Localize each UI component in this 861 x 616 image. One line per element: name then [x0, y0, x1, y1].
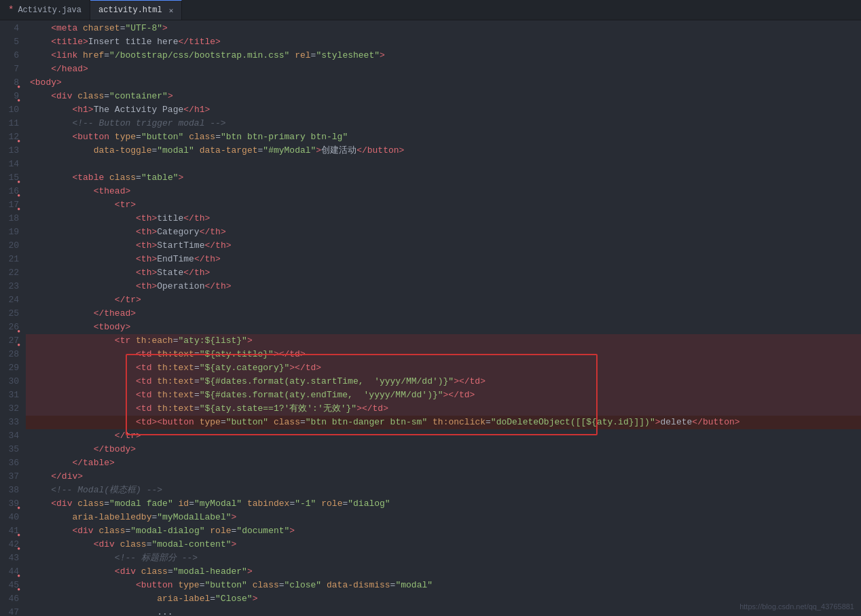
ln-36: 36: [4, 456, 19, 470]
line-28: <td th:text="${aty.title}"></td>: [26, 348, 861, 361]
ln-4: 4: [4, 22, 19, 35]
ln-31: 31: [4, 388, 19, 402]
tab-label: Activity.java: [18, 5, 81, 15]
ln-27: 27: [4, 334, 19, 348]
line-46: aria-label="Close">: [26, 592, 861, 606]
ln-30: 30: [4, 375, 19, 388]
line-20: <th>StartTime</th>: [26, 239, 861, 253]
line-numbers: 4 5 6 7 8 9 10 11 12 13 14 15 16 17 18 1…: [0, 20, 26, 616]
ln-22: 22: [4, 266, 19, 280]
line-18: <th>title</th>: [26, 212, 861, 225]
ln-6: 6: [4, 49, 19, 62]
line-39: <div class="modal fade" id="myModal" tab…: [26, 497, 861, 511]
line-4: <meta charset="UTF-8">: [26, 22, 861, 35]
ln-21: 21: [4, 253, 19, 266]
ln-25: 25: [4, 307, 19, 321]
line-41: <div class="modal-dialog" role="document…: [26, 524, 861, 538]
ln-19: 19: [4, 225, 19, 239]
ln-15: 15: [4, 171, 19, 185]
ln-45: 45: [4, 579, 19, 592]
line-32: <td th:text="${aty.state==1?'有效':'无效'}">…: [26, 402, 861, 416]
ln-12: 12: [4, 130, 19, 144]
line-7: </head>: [26, 62, 861, 76]
line-14: [26, 158, 861, 171]
line-11: <!-- Button trigger modal -->: [26, 117, 861, 130]
ln-33: 33: [4, 416, 19, 429]
line-43: <!-- 标题部分 -->: [26, 551, 861, 565]
line-38: <!-- Modal(模态框) -->: [26, 484, 861, 497]
line-5: <title>Insert title here</title>: [26, 35, 861, 49]
ln-34: 34: [4, 429, 19, 443]
line-8: <body>: [26, 76, 861, 90]
line-44: <div class="modal-header">: [26, 565, 861, 579]
ln-44: 44: [4, 565, 19, 579]
line-40: aria-labelledby="myModalLabel">: [26, 511, 861, 524]
line-16: <thead>: [26, 185, 861, 198]
code-container: 4 5 6 7 8 9 10 11 12 13 14 15 16 17 18 1…: [0, 20, 861, 616]
ln-35: 35: [4, 443, 19, 456]
ln-5: 5: [4, 35, 19, 49]
line-10: <h1>The Activity Page</h1>: [26, 103, 861, 117]
line-30: <td th:text="${#dates.format(aty.startTi…: [26, 375, 861, 388]
ln-14: 14: [4, 158, 19, 171]
ln-17: 17: [4, 198, 19, 212]
line-37: </div>: [26, 470, 861, 484]
ln-11: 11: [4, 117, 19, 130]
line-26: <tbody>: [26, 321, 861, 334]
ln-32: 32: [4, 402, 19, 416]
ln-42: 42: [4, 538, 19, 551]
line-15: <table class="table">: [26, 171, 861, 185]
line-9: <div class="container">: [26, 90, 861, 103]
ln-9: 9: [4, 90, 19, 103]
modified-indicator: *: [8, 5, 14, 16]
line-17: <tr>: [26, 198, 861, 212]
line-33: <td><button type="button" class="btn btn…: [26, 416, 861, 429]
watermark: https://blog.csdn.net/qq_43765881: [739, 602, 854, 611]
ln-39: 39: [4, 497, 19, 511]
ln-29: 29: [4, 361, 19, 375]
tab-bar: * Activity.java activity.html ✕: [0, 0, 861, 20]
tab-activity-html[interactable]: activity.html ✕: [90, 0, 182, 20]
line-27: <tr th:each="aty:${list}">: [26, 334, 861, 348]
tab-activity-java[interactable]: * Activity.java: [0, 0, 90, 20]
code-lines: <meta charset="UTF-8"> <title>Insert tit…: [26, 20, 861, 616]
line-23: <th>Operation</th>: [26, 280, 861, 293]
line-13: data-toggle="modal" data-target="#myModa…: [26, 144, 861, 158]
line-47: ...: [26, 606, 861, 616]
ln-16: 16: [4, 185, 19, 198]
line-22: <th>State</th>: [26, 266, 861, 280]
ln-38: 38: [4, 484, 19, 497]
line-6: <link href="/bootstrap/css/bootstrap.min…: [26, 49, 861, 62]
line-25: </thead>: [26, 307, 861, 321]
ln-26: 26: [4, 321, 19, 334]
editor-area: 4 5 6 7 8 9 10 11 12 13 14 15 16 17 18 1…: [0, 20, 861, 616]
ln-24: 24: [4, 293, 19, 307]
ln-47: 47: [4, 606, 19, 616]
tab-close-icon[interactable]: ✕: [169, 6, 174, 15]
ln-41: 41: [4, 524, 19, 538]
line-21: <th>EndTime</th>: [26, 253, 861, 266]
line-24: </tr>: [26, 293, 861, 307]
line-19: <th>Category</th>: [26, 225, 861, 239]
line-45: <button type="button" class="close" data…: [26, 579, 861, 592]
ln-8: 8: [4, 76, 19, 90]
line-12: <button type="button" class="btn btn-pri…: [26, 130, 861, 144]
tab-label-active: activity.html: [98, 5, 162, 15]
ln-37: 37: [4, 470, 19, 484]
line-34: </tr>: [26, 429, 861, 443]
line-29: <td th:text="${aty.category}"></td>: [26, 361, 861, 375]
ln-7: 7: [4, 62, 19, 76]
line-35: </tbody>: [26, 443, 861, 456]
line-31: <td th:text="${#dates.format(aty.endTime…: [26, 388, 861, 402]
ln-20: 20: [4, 239, 19, 253]
line-42: <div class="modal-content">: [26, 538, 861, 551]
line-36: </table>: [26, 456, 861, 470]
ln-23: 23: [4, 280, 19, 293]
